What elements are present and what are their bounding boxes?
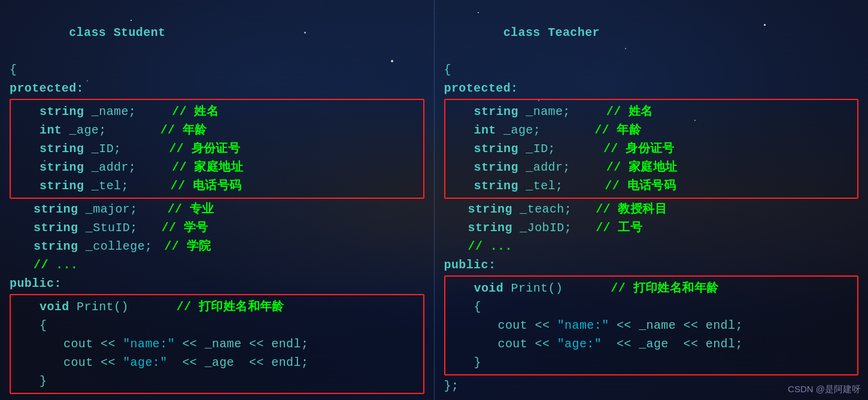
student-major: string _major;// 专业 (10, 200, 424, 219)
student-method-sig: void Print()// 打印姓名和年龄 (16, 298, 418, 316)
teacher-member-2: string _ID;// 身份证号 (450, 140, 853, 158)
teacher-protected: protected: (444, 79, 859, 98)
teacher-teach: string _teach;// 教授科目 (444, 200, 859, 219)
student-member-4: string _tel;// 电话号码 (16, 177, 418, 195)
teacher-member-3: string _addr;// 家庭地址 (450, 158, 853, 177)
left-panel: class Student { protected: string _name;… (0, 0, 435, 400)
student-method-brace-open: { (16, 316, 418, 335)
teacher-highlighted-members: string _name;// 姓名 int _age;// 年龄 string… (444, 99, 859, 199)
teacher-method-brace-close: } (450, 353, 853, 372)
teacher-public: public: (444, 256, 859, 274)
panels-container: class Student { protected: string _name;… (0, 0, 868, 400)
student-member-1: int _age;// 年龄 (16, 121, 418, 140)
student-public: public: (10, 274, 424, 293)
student-method-line2: cout << "age:" << _age << endl; (16, 353, 418, 372)
teacher-method-line1: cout << "name:" << _name << endl; (450, 316, 853, 335)
student-ellipsis: // ... (10, 256, 424, 274)
teacher-method-brace-open: { (450, 298, 853, 316)
student-brace-open-outer: { (10, 60, 424, 79)
student-member-0: string _name;// 姓名 (16, 102, 418, 121)
student-highlighted-members: string _name;// 姓名 int _age;// 年龄 string… (10, 99, 424, 199)
teacher-ellipsis: // ... (444, 237, 859, 256)
right-panel: class Teacher { protected: string _name;… (435, 0, 869, 400)
student-method-brace-close: } (16, 372, 418, 390)
teacher-method-line2: cout << "age:" << _age << endl; (450, 335, 853, 353)
kw-class-left: class Student (69, 26, 165, 40)
teacher-highlighted-method: void Print()// 打印姓名和年龄 { cout << "name:"… (444, 275, 859, 375)
teacher-member-0: string _name;// 姓名 (450, 102, 853, 121)
teacher-jobid: string _JobID;// 工号 (444, 219, 859, 237)
teacher-member-1: int _age;// 年龄 (450, 121, 853, 140)
student-class-decl: class Student (10, 5, 424, 60)
watermark: CSDN @是阿建呀 (788, 384, 861, 395)
student-code-block: class Student { protected: string _name;… (10, 5, 424, 395)
student-highlighted-method: void Print()// 打印姓名和年龄 { cout << "name:"… (10, 294, 424, 394)
student-protected: protected: (10, 79, 424, 98)
student-member-3: string _addr;// 家庭地址 (16, 158, 418, 177)
student-stuid: string _StuID;// 学号 (10, 219, 424, 237)
teacher-brace-open-outer: { (444, 60, 859, 79)
teacher-code-block: class Teacher { protected: string _name;… (444, 5, 859, 395)
teacher-member-4: string _tel;// 电话号码 (450, 177, 853, 195)
teacher-class-decl: class Teacher (444, 5, 859, 60)
student-method-line1: cout << "name:" << _name << endl; (16, 335, 418, 353)
student-member-2: string _ID;// 身份证号 (16, 140, 418, 158)
student-college: string _college;// 学院 (10, 237, 424, 256)
teacher-method-sig: void Print()// 打印姓名和年龄 (450, 279, 853, 298)
